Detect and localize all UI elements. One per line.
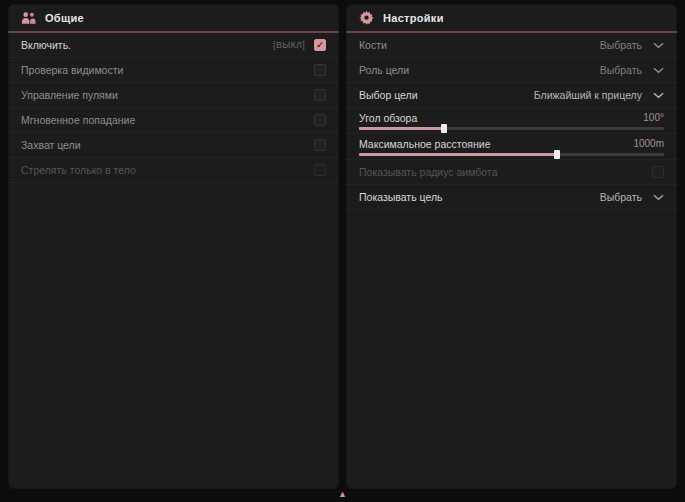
panel-settings-header: Настройки: [346, 4, 677, 33]
row-target-role: Роль цели Выбрать: [346, 58, 677, 83]
max-distance-value: 1000m: [633, 138, 664, 149]
scroll-up-icon[interactable]: ▲: [338, 490, 347, 499]
row-target-select-label: Выбор цели: [359, 89, 418, 101]
row-enable[interactable]: Включить. [ВЫКЛ] ✓: [8, 33, 339, 58]
row-bullet-control-label: Управление пулями: [21, 89, 118, 101]
instant-hit-checkbox[interactable]: [314, 114, 326, 126]
row-body-only-label: Стрелять только в тело: [21, 164, 136, 176]
target-role-dropdown[interactable]: Выбрать: [600, 64, 664, 76]
max-distance-slider-fill: [359, 153, 557, 156]
visibility-check-checkbox[interactable]: [314, 64, 326, 76]
max-distance-slider-thumb[interactable]: [554, 150, 560, 159]
panel-general-header: Общие: [8, 4, 339, 33]
body-only-checkbox[interactable]: [314, 164, 326, 176]
panel-general-title: Общие: [45, 12, 84, 24]
chevron-down-icon: [653, 92, 664, 99]
row-bones: Кости Выбрать: [346, 33, 677, 58]
bones-dropdown[interactable]: Выбрать: [600, 39, 664, 51]
fov-value: 100°: [643, 112, 664, 123]
fov-slider-fill: [359, 127, 444, 130]
chevron-down-icon: [653, 194, 664, 201]
panel-settings-empty-area: [346, 210, 677, 489]
panel-settings: Настройки Кости Выбрать Роль цели Выбрат…: [346, 4, 677, 489]
show-radius-checkbox[interactable]: [652, 166, 664, 178]
row-bullet-control[interactable]: Управление пулями: [8, 83, 339, 108]
row-target-role-label: Роль цели: [359, 64, 409, 76]
chevron-down-icon: [653, 42, 664, 49]
row-bones-label: Кости: [359, 39, 387, 51]
max-distance-slider[interactable]: [359, 153, 664, 156]
target-select-dropdown[interactable]: Ближайший к прицелу: [534, 89, 664, 101]
row-visibility-check[interactable]: Проверка видимости: [8, 58, 339, 83]
bones-dropdown-value: Выбрать: [600, 39, 642, 51]
panel-general: Общие Включить. [ВЫКЛ] ✓ Проверка видимо…: [8, 4, 339, 489]
row-show-radius-label: Показывать радиус аимбота: [359, 166, 498, 178]
panel-general-empty-area: [8, 183, 339, 489]
row-show-target: Показывать цель Выбрать: [346, 185, 677, 210]
show-target-dropdown[interactable]: Выбрать: [600, 191, 664, 203]
bullet-control-checkbox[interactable]: [314, 89, 326, 101]
row-body-only[interactable]: Стрелять только в тело: [8, 158, 339, 183]
target-select-dropdown-value: Ближайший к прицелу: [534, 89, 642, 101]
row-target-lock[interactable]: Захват цели: [8, 133, 339, 158]
row-max-distance: Максимальное расстояние 1000m: [346, 134, 677, 160]
gear-icon: [359, 10, 374, 25]
show-target-dropdown-value: Выбрать: [600, 191, 642, 203]
row-target-select: Выбор цели Ближайший к прицелу: [346, 83, 677, 108]
fov-slider-thumb[interactable]: [441, 124, 447, 133]
chevron-down-icon: [653, 67, 664, 74]
status-badge: [ВЫКЛ]: [273, 40, 305, 50]
target-role-dropdown-value: Выбрать: [600, 64, 642, 76]
row-max-distance-label: Максимальное расстояние: [359, 138, 490, 150]
row-show-radius[interactable]: Показывать радиус аимбота: [346, 160, 677, 185]
row-visibility-check-label: Проверка видимости: [21, 64, 123, 76]
row-instant-hit[interactable]: Мгновенное попадание: [8, 108, 339, 133]
row-fov-label: Угол обзора: [359, 112, 417, 124]
row-fov: Угол обзора 100°: [346, 108, 677, 134]
mod-menu: Общие Включить. [ВЫКЛ] ✓ Проверка видимо…: [0, 0, 685, 502]
row-show-target-label: Показывать цель: [359, 191, 443, 203]
row-target-lock-label: Захват цели: [21, 139, 81, 151]
fov-slider[interactable]: [359, 127, 664, 130]
row-instant-hit-label: Мгновенное попадание: [21, 114, 135, 126]
people-icon: [21, 11, 36, 25]
target-lock-checkbox[interactable]: [314, 139, 326, 151]
panel-settings-title: Настройки: [383, 12, 444, 24]
row-enable-label: Включить.: [21, 39, 71, 51]
enable-checkbox[interactable]: ✓: [314, 39, 326, 51]
